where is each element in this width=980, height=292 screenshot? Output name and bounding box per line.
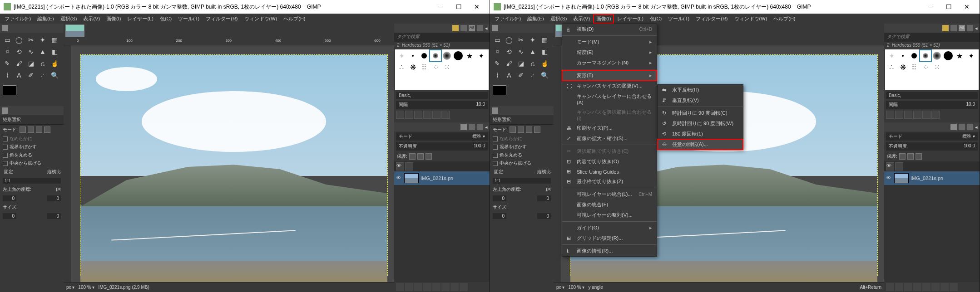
tool-gradient[interactable]: ◧: [539, 46, 550, 57]
brush-item[interactable]: [920, 50, 931, 61]
feather-checkbox[interactable]: [493, 145, 498, 150]
tool-rect-select[interactable]: ▭: [492, 34, 503, 45]
menu-view[interactable]: 表示(V): [80, 15, 103, 23]
brush-item[interactable]: ✦: [965, 50, 976, 61]
menu-grid[interactable]: ⊞グリッドの設定(R)...: [562, 233, 657, 243]
brush-item[interactable]: [419, 50, 430, 61]
layer-mask-icon[interactable]: [940, 283, 949, 291]
menu-print-size[interactable]: 🖶印刷サイズ(P)...: [562, 123, 657, 133]
minimize-button[interactable]: ─: [431, 3, 450, 10]
history-tab-icon[interactable]: [967, 25, 973, 31]
aspect-field[interactable]: 1:1: [493, 178, 551, 184]
brush-item[interactable]: ✦: [475, 50, 486, 61]
fonts-tab-icon[interactable]: Aa: [469, 25, 475, 31]
layer-mode-dropdown[interactable]: 標準 ▾: [472, 133, 485, 140]
tool-text[interactable]: A: [14, 70, 25, 81]
layers-tab-menu-icon[interactable]: ◂: [485, 124, 488, 130]
brush-open-icon[interactable]: [441, 111, 450, 119]
tool-eraser[interactable]: ◪: [25, 58, 36, 69]
basic-tag[interactable]: Basic,: [396, 92, 488, 99]
tool-pencil[interactable]: ✎: [492, 58, 503, 69]
brush-edit-icon[interactable]: [396, 111, 404, 119]
channels-tab-icon[interactable]: [469, 124, 475, 130]
menu-filters[interactable]: フィルター(R): [203, 15, 240, 23]
tool-fuzzy-select[interactable]: ✦: [37, 34, 48, 45]
layer-name[interactable]: IMG_0221s.pn: [421, 175, 453, 181]
layer-mode-dropdown[interactable]: 標準 ▾: [962, 133, 975, 140]
brush-edit-icon[interactable]: [886, 111, 894, 119]
brush-item[interactable]: ⁘: [920, 62, 931, 73]
zoom-dropdown[interactable]: 100 % ▾: [568, 285, 584, 290]
lock-pos-icon[interactable]: [907, 153, 914, 160]
tool-zoom[interactable]: 🔍: [49, 70, 60, 81]
layer-group-icon[interactable]: [895, 283, 903, 291]
menu-transform[interactable]: 変形(T)▸: [562, 70, 657, 81]
fonts-tab-icon[interactable]: Aa: [959, 25, 965, 31]
brushes-tab-icon[interactable]: [452, 25, 459, 31]
menu-colors[interactable]: 色(C): [647, 15, 664, 23]
menu-select[interactable]: 選択(S): [548, 15, 570, 23]
toolbox-tab-icon[interactable]: [2, 25, 8, 31]
menu-mode[interactable]: モード(M)▸: [562, 37, 657, 47]
menu-image-props[interactable]: ℹ画像の情報(R)...: [562, 246, 657, 256]
tool-measure[interactable]: ⟋: [37, 70, 48, 81]
antialias-checkbox[interactable]: [3, 136, 8, 141]
maximize-button[interactable]: ☐: [450, 3, 468, 10]
tool-path[interactable]: ⌇: [2, 70, 13, 81]
round-checkbox[interactable]: [493, 153, 498, 158]
menu-colors[interactable]: 色(C): [157, 15, 174, 23]
brush-item[interactable]: [909, 50, 920, 61]
layer-merge-icon[interactable]: [931, 283, 940, 291]
brush-item[interactable]: ✦: [886, 50, 897, 61]
tool-text[interactable]: A: [504, 70, 515, 81]
toolbox-tab-icon[interactable]: [492, 25, 498, 31]
menu-slice-guides[interactable]: ⊞Slice Using Guides: [562, 167, 657, 176]
layers-tab-icon[interactable]: [950, 124, 957, 130]
mode-add-icon[interactable]: [28, 127, 34, 133]
tool-warp[interactable]: ∿: [25, 46, 36, 57]
menu-help[interactable]: ヘルプ(H): [281, 15, 308, 23]
size-h-field[interactable]: 0: [47, 213, 61, 219]
menu-tools[interactable]: ツール(T): [665, 15, 692, 23]
layer-new-icon[interactable]: [396, 283, 404, 291]
brush-new-icon[interactable]: [405, 111, 413, 119]
tool-color-select[interactable]: ▦: [539, 34, 550, 45]
menu-windows[interactable]: ウィンドウ(W): [732, 15, 770, 23]
paths-tab-icon[interactable]: [477, 124, 483, 130]
mode-replace-icon[interactable]: [510, 127, 516, 133]
lock-pixels-icon[interactable]: [899, 153, 906, 160]
menu-canvas-size[interactable]: ⛶キャンバスサイズの変更(V)...: [562, 81, 657, 91]
close-button[interactable]: ✕: [468, 3, 486, 10]
brush-item[interactable]: ⠿: [419, 62, 430, 73]
unit-dropdown[interactable]: px ▾: [556, 285, 564, 290]
lock-alpha-icon[interactable]: [916, 153, 922, 160]
lock-alpha-icon[interactable]: [426, 153, 432, 160]
menu-filters[interactable]: フィルター(R): [693, 15, 730, 23]
brush-item[interactable]: ⁘: [430, 62, 441, 73]
submenu-flip-v[interactable]: ⇵垂直反転(V): [658, 95, 743, 106]
layer-row[interactable]: 👁 IMG_0221s.pn: [884, 171, 980, 185]
mode-sub-icon[interactable]: [36, 127, 42, 133]
layer-visible-icon[interactable]: 👁: [396, 175, 402, 181]
mode-replace-icon[interactable]: [20, 127, 26, 133]
tag-search-input[interactable]: タグで検索: [394, 33, 490, 42]
menu-windows[interactable]: ウィンドウ(W): [242, 15, 280, 23]
tool-path[interactable]: ⌇: [492, 70, 503, 81]
menu-select[interactable]: 選択(S): [58, 15, 80, 23]
tool-bucket[interactable]: ▲: [527, 46, 538, 57]
tool-measure[interactable]: ⟋: [527, 70, 538, 81]
antialias-checkbox[interactable]: [493, 136, 498, 141]
brush-item[interactable]: [441, 50, 452, 61]
brush-item[interactable]: ❋: [897, 62, 908, 73]
patterns-tab-icon[interactable]: [950, 25, 957, 31]
tool-eraser[interactable]: ◪: [515, 58, 526, 69]
tool-pencil[interactable]: ✎: [2, 58, 13, 69]
brush-item[interactable]: ⁙: [441, 62, 452, 73]
lock-pixels-icon[interactable]: [409, 153, 416, 160]
menu-edit[interactable]: 編集(E): [35, 15, 57, 23]
tool-free-select[interactable]: ✂: [515, 34, 526, 45]
menu-colormgmt[interactable]: カラーマネジメント(N)▸: [562, 58, 657, 68]
brush-item[interactable]: ★: [954, 50, 965, 61]
mode-int-icon[interactable]: [534, 127, 540, 133]
layer-name[interactable]: IMG_0221s.pn: [911, 175, 943, 181]
